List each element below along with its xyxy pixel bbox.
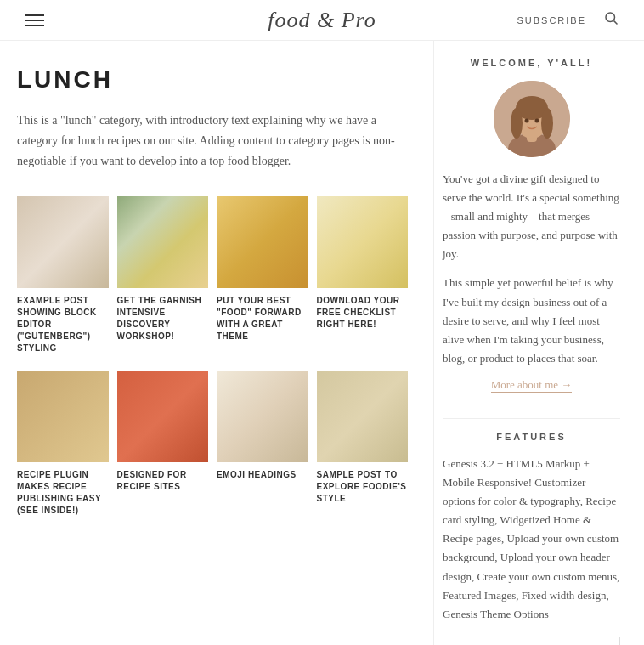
header-left <box>25 14 44 26</box>
site-header: food & Pro SUBSCRIBE <box>0 0 644 41</box>
svg-point-7 <box>511 108 523 139</box>
post-grid-row1: EXAMPLE POST SHOWING BLOCK EDITOR ("GUTE… <box>17 196 408 354</box>
page-title: LUNCH <box>17 66 408 93</box>
post-image <box>317 371 409 463</box>
hamburger-menu[interactable] <box>25 14 44 26</box>
bio-text-1: You've got a divine gift designed to ser… <box>443 170 620 263</box>
features-title: FEATURES <box>443 432 620 442</box>
subscribe-link[interactable]: SUBSCRIBE <box>517 15 586 25</box>
logo-container: food & Pro <box>268 8 376 33</box>
post-card[interactable]: GET THE GARNISH INTENSIVE DISCOVERY WORK… <box>117 196 209 354</box>
post-card[interactable]: PUT YOUR BEST "FOOD" FORWARD WITH A GREA… <box>217 196 308 354</box>
more-link-container: More about me → <box>443 378 620 393</box>
features-section: FEATURES Genesis 3.2 + HTML5 Markup + Mo… <box>443 432 620 645</box>
post-image <box>117 196 209 288</box>
post-title: SAMPLE POST TO EXPLORE FOODIE'S STYLE <box>317 469 409 505</box>
main-content: LUNCH This is a "lunch" category, with i… <box>0 41 433 645</box>
search-icon <box>603 10 619 25</box>
svg-point-8 <box>541 108 553 139</box>
svg-line-1 <box>613 20 617 24</box>
welcome-section: WELCOME, Y'ALL! <box>443 58 620 393</box>
post-image <box>17 196 109 288</box>
post-title: RECIPE PLUGIN MAKES RECIPE PUBLISHING EA… <box>17 469 109 517</box>
post-image <box>217 196 308 288</box>
post-title: DOWNLOAD YOUR FREE CHECKLIST RIGHT HERE! <box>317 295 409 331</box>
post-title: EMOJI HEADINGS <box>217 469 308 481</box>
main-container: LUNCH This is a "lunch" category, with i… <box>0 41 644 645</box>
post-title: PUT YOUR BEST "FOOD" FORWARD WITH A GREA… <box>217 295 308 342</box>
post-card[interactable]: EXAMPLE POST SHOWING BLOCK EDITOR ("GUTE… <box>17 196 109 354</box>
post-image <box>317 196 409 288</box>
post-title: DESIGNED FOR RECIPE SITES <box>117 469 209 493</box>
post-card[interactable]: DOWNLOAD YOUR FREE CHECKLIST RIGHT HERE! <box>317 196 409 354</box>
post-grid-row2: RECIPE PLUGIN MAKES RECIPE PUBLISHING EA… <box>17 371 408 518</box>
divider <box>443 418 620 419</box>
search-input[interactable] <box>443 637 620 645</box>
avatar-image <box>494 81 570 157</box>
sidebar: WELCOME, Y'ALL! <box>433 41 637 645</box>
more-about-me-link[interactable]: More about me → <box>491 378 573 393</box>
post-card[interactable]: RECIPE PLUGIN MAKES RECIPE PUBLISHING EA… <box>17 371 109 518</box>
avatar-container <box>443 81 620 157</box>
features-text: Genesis 3.2 + HTML5 Markup + Mobile Resp… <box>443 455 620 624</box>
svg-point-9 <box>524 119 528 123</box>
post-card[interactable]: DESIGNED FOR RECIPE SITES <box>117 371 209 518</box>
avatar <box>494 81 570 157</box>
search-button[interactable] <box>603 10 619 30</box>
post-card[interactable]: SAMPLE POST TO EXPLORE FOODIE'S STYLE <box>317 371 409 518</box>
post-image <box>17 371 109 463</box>
post-image <box>217 371 308 463</box>
welcome-title: WELCOME, Y'ALL! <box>443 58 620 68</box>
intro-text: This is a "lunch" category, with introdu… <box>17 110 408 171</box>
post-image <box>117 371 209 463</box>
post-card[interactable]: EMOJI HEADINGS <box>217 371 308 518</box>
post-title: EXAMPLE POST SHOWING BLOCK EDITOR ("GUTE… <box>17 295 109 354</box>
bio-text-2: This simple yet powerful belief is why I… <box>443 274 620 367</box>
svg-point-0 <box>606 13 615 22</box>
site-logo[interactable]: food & Pro <box>268 8 376 33</box>
post-title: GET THE GARNISH INTENSIVE DISCOVERY WORK… <box>117 295 209 342</box>
header-right: SUBSCRIBE <box>517 10 619 30</box>
svg-point-10 <box>534 119 539 123</box>
